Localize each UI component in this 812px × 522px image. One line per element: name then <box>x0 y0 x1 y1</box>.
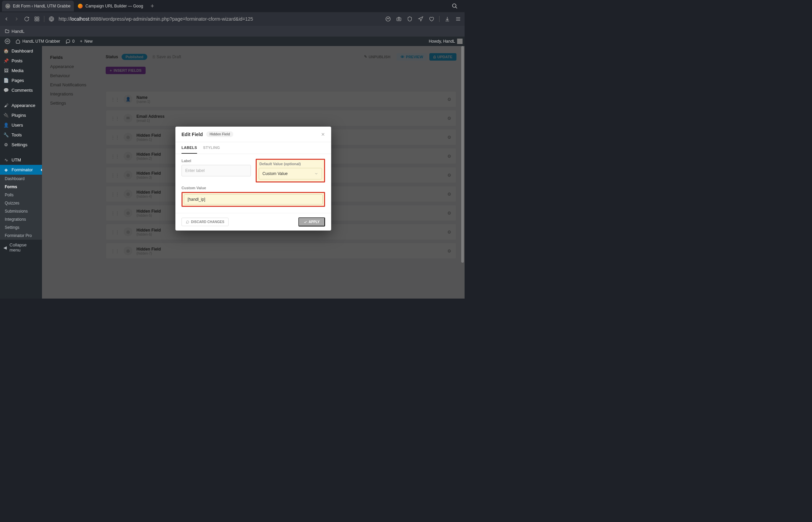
close-button[interactable]: ✕ <box>321 132 325 137</box>
submenu-item-integrations[interactable]: Integrations <box>0 215 42 223</box>
menu-label: Appearance <box>12 103 35 108</box>
menu-icon: ⚙ <box>3 142 9 147</box>
wp-admin-bar: W HandL UTM Grabber 0 + New Howdy, HandL <box>0 37 464 46</box>
svg-point-2 <box>452 4 456 7</box>
submenu-item-quizzes[interactable]: Quizzes <box>0 199 42 207</box>
svg-rect-6 <box>35 19 37 21</box>
menu-item-media[interactable]: 🖼Media <box>0 66 42 76</box>
site-name-label: HandL UTM Grabber <box>22 39 60 44</box>
edit-field-modal: Edit Field Hidden Field ✕ LABELS STYLING… <box>175 127 331 230</box>
browser-tab-active[interactable]: W Edit Form ‹ HandL UTM Grabbe <box>2 1 74 12</box>
custom-value-highlight <box>181 192 325 207</box>
chevron-down-icon <box>314 172 318 176</box>
svg-text:W: W <box>6 40 9 43</box>
snapshot-icon[interactable] <box>396 16 402 22</box>
back-button[interactable] <box>3 16 9 22</box>
svg-rect-5 <box>37 17 39 19</box>
bookmark-bar: HandL <box>0 26 464 37</box>
modal-title: Edit Field <box>181 132 203 137</box>
comments-link[interactable]: 0 <box>63 37 78 46</box>
scrollbar-thumb[interactable] <box>461 46 464 263</box>
heart-icon[interactable] <box>428 16 434 22</box>
home-icon <box>16 39 20 44</box>
google-favicon <box>78 4 83 8</box>
default-value-select[interactable]: Custom Value <box>259 168 322 179</box>
speed-dial-icon[interactable] <box>34 16 40 22</box>
menu-item-comments[interactable]: 💬Comments <box>0 85 42 95</box>
default-value-highlight: Default Value (optional) Custom Value <box>256 159 325 182</box>
comments-count: 0 <box>73 39 75 44</box>
submenu-item-forms[interactable]: Forms <box>0 183 42 191</box>
url-field[interactable]: http://localhost:8888/wordpress/wp-admin… <box>59 16 381 22</box>
apply-button[interactable]: APPLY <box>298 217 325 226</box>
shield-icon[interactable] <box>407 16 413 22</box>
menu-icon: 🖌 <box>3 103 9 108</box>
menu-item-appearance[interactable]: 🖌Appearance <box>0 101 42 111</box>
menu-label: Plugins <box>12 113 26 118</box>
new-content[interactable]: + New <box>77 37 95 46</box>
send-icon[interactable] <box>417 16 423 22</box>
menu-label: Pages <box>12 78 24 83</box>
howdy-label[interactable]: Howdy, HandL <box>429 39 455 44</box>
submenu-item-polls[interactable]: Polls <box>0 191 42 199</box>
menu-item-dashboard[interactable]: 🏠Dashboard <box>0 46 42 56</box>
svg-text:W: W <box>6 5 9 8</box>
submenu-item-submissions[interactable]: Submissions <box>0 207 42 215</box>
avatar[interactable] <box>457 39 462 44</box>
site-info-icon[interactable] <box>48 16 55 22</box>
svg-marker-13 <box>418 17 423 21</box>
menu-item-forminator[interactable]: ◆Forminator <box>0 165 42 175</box>
menu-icon[interactable] <box>455 16 461 22</box>
svg-point-12 <box>398 19 400 20</box>
url-host: localhost <box>71 16 89 22</box>
forward-button[interactable] <box>14 16 20 22</box>
menu-item-users[interactable]: 👤Users <box>0 120 42 130</box>
address-bar: http://localhost:8888/wordpress/wp-admin… <box>0 12 464 26</box>
url-protocol: http:// <box>59 16 71 22</box>
reload-button[interactable] <box>24 16 30 22</box>
default-value-selected: Custom Value <box>262 171 288 176</box>
tab-labels[interactable]: LABELS <box>181 145 197 154</box>
site-name[interactable]: HandL UTM Grabber <box>13 37 63 46</box>
new-label: New <box>84 39 93 44</box>
menu-label: Settings <box>12 142 27 147</box>
submenu-item-forminator-pro[interactable]: Forminator Pro <box>0 232 42 240</box>
download-icon[interactable] <box>444 16 450 22</box>
menu-label: UTM <box>12 157 21 162</box>
submenu-item-dashboard[interactable]: Dashboard <box>0 175 42 183</box>
menu-icon: 👤 <box>3 123 9 128</box>
new-tab-button[interactable]: + <box>147 3 158 10</box>
browser-tab[interactable]: Campaign URL Builder — Goog <box>75 1 146 12</box>
bookmark-item[interactable]: HandL <box>5 29 24 34</box>
menu-item-settings[interactable]: ⚙Settings <box>0 140 42 149</box>
menu-item-tools[interactable]: 🔧Tools <box>0 130 42 140</box>
menu-icon: ◆ <box>3 167 9 172</box>
url-path: :8888/wordpress/wp-admin/admin.php?page=… <box>89 16 253 22</box>
wp-admin-sidebar: 🏠Dashboard📌Posts🖼Media📄Pages💬Comments🖌Ap… <box>0 46 42 299</box>
menu-item-plugins[interactable]: 🔌Plugins <box>0 111 42 120</box>
submenu-item-settings[interactable]: Settings <box>0 223 42 232</box>
check-icon <box>304 220 307 224</box>
menu-item-utm[interactable]: ∿UTM <box>0 155 42 165</box>
tab-styling[interactable]: STYLING <box>203 145 220 154</box>
discard-button[interactable]: DISCARD CHANGES <box>181 218 229 226</box>
messenger-icon[interactable] <box>385 16 391 22</box>
custom-value-input[interactable] <box>184 194 323 204</box>
menu-label: Forminator <box>12 167 33 172</box>
modal-field-type-tag: Hidden Field <box>206 131 233 137</box>
collapse-menu[interactable]: ◀ Collapse menu <box>0 240 42 255</box>
browser-search-icon[interactable] <box>447 3 462 9</box>
svg-rect-4 <box>35 17 37 19</box>
menu-label: Comments <box>12 88 33 93</box>
custom-value-label: Custom Value <box>181 186 325 190</box>
apply-label: APPLY <box>309 220 320 224</box>
menu-item-pages[interactable]: 📄Pages <box>0 76 42 85</box>
scrollbar[interactable] <box>461 46 464 299</box>
label-input[interactable] <box>181 165 251 176</box>
menu-label: Dashboard <box>12 48 33 54</box>
plus-icon: + <box>80 39 82 44</box>
wp-logo[interactable]: W <box>2 37 13 46</box>
menu-icon: 🔧 <box>3 132 9 137</box>
menu-item-posts[interactable]: 📌Posts <box>0 56 42 66</box>
browser-tab-bar: W Edit Form ‹ HandL UTM Grabbe Campaign … <box>0 0 464 12</box>
